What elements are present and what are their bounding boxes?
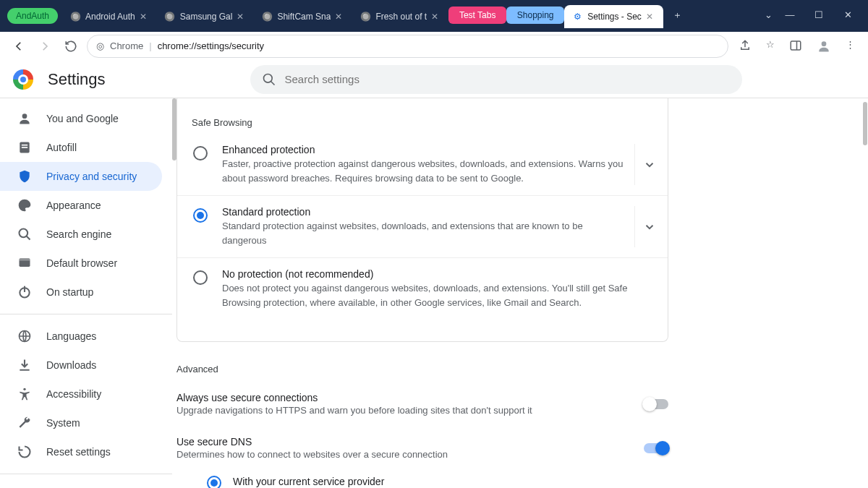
- close-icon[interactable]: ✕: [646, 12, 656, 22]
- svg-line-4: [271, 81, 274, 85]
- settings-sidebar: You and Google Autofill Privacy and secu…: [0, 98, 172, 488]
- svg-point-3: [263, 74, 272, 82]
- setting-secure-dns: Use secure DNS Determines how to connect…: [176, 426, 668, 470]
- chevron-down-icon: [643, 221, 656, 234]
- nav-downloads[interactable]: Downloads: [0, 351, 162, 380]
- close-icon[interactable]: ✕: [237, 12, 247, 22]
- nav-on-startup[interactable]: On startup: [0, 278, 162, 307]
- svg-point-5: [22, 114, 27, 119]
- globe-icon: [17, 329, 32, 343]
- favicon-icon: 🔘: [69, 11, 81, 22]
- search-settings-input[interactable]: [285, 73, 731, 85]
- tab-fresh[interactable]: 🔘 Fresh out of t ✕: [352, 5, 448, 28]
- svg-point-2: [822, 41, 827, 46]
- radio-icon[interactable]: [193, 270, 208, 285]
- section-title: Safe Browsing: [177, 103, 668, 134]
- search-icon: [17, 227, 32, 241]
- option-enhanced-protection[interactable]: Enhanced protection Faster, proactive pr…: [177, 134, 668, 196]
- window-controls: — ☐ ✕: [780, 9, 865, 23]
- nav-you-and-google[interactable]: You and Google: [0, 104, 162, 133]
- window-titlebar: AndAuth 🔘 Android Auth ✕ 🔘 Samsung Gal ✕…: [0, 0, 868, 32]
- wrench-icon: [17, 416, 32, 430]
- search-settings-box[interactable]: [250, 65, 742, 94]
- setting-always-secure: Always use secure connections Upgrade na…: [176, 382, 668, 426]
- maximize-button[interactable]: ☐: [813, 9, 825, 20]
- close-icon[interactable]: ✕: [335, 12, 345, 22]
- power-icon: [17, 285, 32, 299]
- download-icon: [17, 358, 32, 372]
- nav-privacy-security[interactable]: Privacy and security: [0, 162, 162, 191]
- gear-icon: ⚙: [571, 11, 583, 22]
- nav-appearance[interactable]: Appearance: [0, 191, 162, 220]
- svg-point-16: [23, 388, 25, 390]
- favicon-icon: 🔘: [164, 11, 176, 22]
- radio-icon[interactable]: [207, 476, 221, 488]
- tabs-dropdown-icon[interactable]: ⌄: [765, 9, 773, 20]
- forward-button[interactable]: [35, 36, 55, 56]
- nav-default-browser[interactable]: Default browser: [0, 249, 162, 278]
- svg-rect-0: [791, 41, 801, 50]
- tab-samsung[interactable]: 🔘 Samsung Gal ✕: [157, 5, 255, 28]
- nav-languages[interactable]: Languages: [0, 322, 162, 351]
- svg-rect-12: [20, 258, 30, 260]
- svg-point-9: [20, 229, 28, 238]
- expand-button[interactable]: [634, 144, 663, 185]
- favicon-icon: 🔘: [261, 11, 273, 22]
- back-button[interactable]: [9, 36, 29, 56]
- divider: [0, 474, 172, 474]
- omnibox[interactable]: ◎ Chrome | chrome://settings/security: [87, 35, 728, 58]
- radio-icon[interactable]: [193, 146, 208, 160]
- reload-button[interactable]: [61, 36, 81, 56]
- tab-group-andauth[interactable]: AndAuth: [7, 8, 58, 24]
- nav-system[interactable]: System: [0, 408, 162, 437]
- tab-shiftcam[interactable]: 🔘 ShiftCam Sna ✕: [254, 5, 352, 28]
- close-icon[interactable]: ✕: [140, 12, 150, 22]
- minimize-button[interactable]: —: [784, 9, 796, 20]
- main-scrollbar[interactable]: [863, 102, 867, 145]
- share-icon[interactable]: [739, 39, 752, 53]
- browser-toolbar: ◎ Chrome | chrome://settings/security ☆ …: [0, 32, 868, 61]
- nav-search-engine[interactable]: Search engine: [0, 220, 162, 249]
- toggle-always-secure[interactable]: [644, 399, 668, 409]
- settings-header: Settings: [0, 61, 868, 98]
- new-tab-button[interactable]: ＋: [668, 5, 688, 25]
- browser-icon: [17, 256, 32, 270]
- svg-line-10: [27, 236, 30, 240]
- tab-settings[interactable]: ⚙ Settings - Sec ✕: [564, 5, 663, 28]
- nav-autofill[interactable]: Autofill: [0, 133, 162, 162]
- nav-reset-settings[interactable]: Reset settings: [0, 437, 162, 466]
- expand-button[interactable]: [634, 206, 663, 247]
- option-standard-protection[interactable]: Standard protection Standard protection …: [177, 196, 668, 258]
- option-no-protection[interactable]: No protection (not recommended) Does not…: [177, 258, 668, 320]
- toggle-secure-dns[interactable]: [644, 443, 668, 453]
- divider: [0, 314, 172, 314]
- chevron-down-icon: [643, 158, 656, 171]
- favicon-icon: 🔘: [359, 11, 371, 22]
- chrome-logo-icon: [13, 69, 33, 90]
- page-title: Settings: [48, 70, 106, 89]
- side-panel-icon[interactable]: [789, 39, 802, 53]
- option-dns-current-provider[interactable]: With your current service provider Secur…: [176, 470, 668, 488]
- palette-icon: [17, 198, 32, 213]
- section-title-advanced: Advanced: [176, 342, 668, 382]
- reset-icon: [17, 445, 32, 459]
- tab-group-shopping[interactable]: Shopping: [506, 7, 564, 24]
- tab-android-auth[interactable]: 🔘 Android Auth ✕: [62, 5, 157, 28]
- person-icon: [17, 111, 32, 126]
- shield-icon: [17, 169, 32, 184]
- bookmark-icon[interactable]: ☆: [766, 39, 775, 53]
- svg-rect-8: [22, 147, 27, 148]
- tab-group-testtabs[interactable]: Test Tabs: [448, 7, 506, 24]
- site-info-icon[interactable]: ◎: [96, 40, 104, 51]
- profile-icon[interactable]: [817, 39, 831, 53]
- settings-main: Safe Browsing Enhanced protection Faster…: [176, 98, 868, 488]
- autofill-icon: [17, 140, 32, 155]
- svg-rect-7: [22, 145, 27, 146]
- radio-icon[interactable]: [193, 208, 208, 223]
- nav-accessibility[interactable]: Accessibility: [0, 380, 162, 408]
- search-icon: [262, 72, 276, 87]
- close-window-button[interactable]: ✕: [842, 9, 854, 20]
- tabstrip: AndAuth 🔘 Android Auth ✕ 🔘 Samsung Gal ✕…: [3, 4, 760, 28]
- close-icon[interactable]: ✕: [431, 12, 441, 22]
- menu-icon[interactable]: ⋮: [846, 39, 855, 53]
